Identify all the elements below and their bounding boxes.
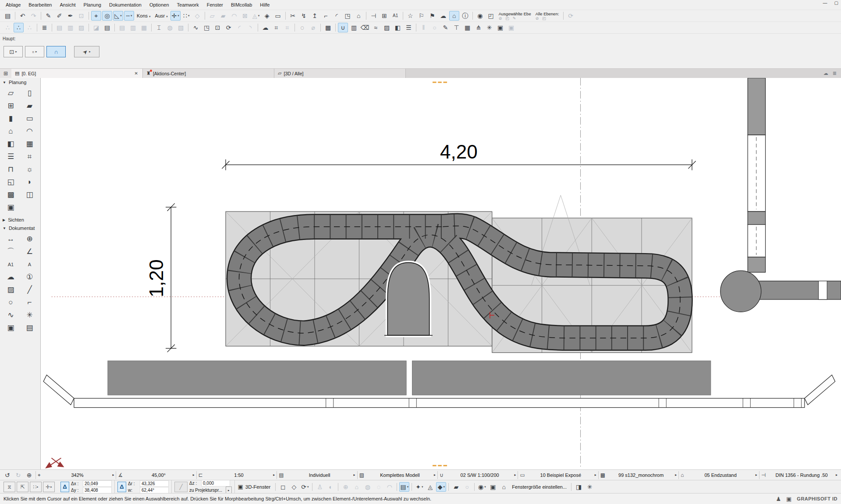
graphisoft-id-label[interactable]: GRAPHISOFT ID	[797, 496, 837, 501]
tab-close-icon[interactable]: ✕	[134, 71, 139, 76]
orientation-segment[interactable]: ∡45,00°▸	[116, 471, 196, 479]
renovation-filter-segment[interactable]: ⌂05 Endzustand▸	[678, 471, 759, 479]
user-origin[interactable]: ✛▸	[43, 482, 55, 492]
trim[interactable]: ⌐	[321, 11, 331, 21]
element-info[interactable]: ⓘ	[460, 11, 470, 21]
copy-sheet[interactable]: ▣	[495, 23, 505, 32]
detail-a[interactable]: ◌	[297, 23, 307, 32]
hotspot-burst[interactable]: ✳	[484, 23, 494, 32]
cutting-planes[interactable]: ◆▾	[436, 482, 446, 492]
menu-bimcollab[interactable]: BIMcollab	[227, 0, 256, 9]
surface-pen[interactable]: ∪	[338, 23, 348, 32]
trace-reference[interactable]: ▩	[323, 23, 333, 32]
layer-stack[interactable]: ≣	[39, 23, 50, 32]
guide-lines[interactable]: ╌▾	[124, 11, 134, 21]
measure[interactable]: ▭	[273, 11, 283, 21]
menu-ansicht[interactable]: Ansicht	[56, 0, 79, 9]
view-perspective[interactable]: ◻	[278, 482, 288, 492]
resize[interactable]: ◳	[343, 11, 353, 21]
minimize-button[interactable]: —	[823, 0, 827, 5]
figure-tool[interactable]: ▣	[3, 321, 19, 334]
zoom-level-segment[interactable]: ⌖342%▸	[35, 471, 116, 479]
gravity[interactable]: ⌖	[91, 11, 101, 21]
parameter-pickup[interactable]: ✎	[43, 11, 53, 21]
column-tool[interactable]: ▮	[3, 112, 19, 125]
graphic-override-expand-icon[interactable]: ▸	[675, 473, 677, 477]
license[interactable]: ▣	[786, 496, 791, 502]
menu-planung[interactable]: Planung	[80, 0, 105, 9]
layer-combination-expand-icon[interactable]: ▸	[354, 473, 355, 477]
angle-dimension-tool[interactable]: ∠	[21, 245, 38, 258]
door-tool[interactable]: ▯	[21, 87, 38, 99]
camera-settings[interactable]: ▣	[488, 482, 498, 492]
radial-dimension-tool[interactable]: ⌒	[3, 245, 19, 258]
kons-dropdown[interactable]: Kons▾	[135, 12, 153, 20]
menu-optionen[interactable]: Optionen	[145, 0, 173, 9]
layer-combination-segment[interactable]: ▤Individuell▸	[277, 471, 357, 479]
menu-hilfe[interactable]: Hilfe	[256, 0, 273, 9]
criteria-sets[interactable]: ⚑	[427, 11, 437, 21]
grid-snap-origin[interactable]: ∷▸	[30, 482, 42, 492]
tab-cloud[interactable]: ☁	[823, 70, 828, 76]
morph-tool[interactable]: ◗	[21, 176, 38, 188]
flag[interactable]: ⚐	[416, 11, 426, 21]
section-planung-header[interactable]: ▼Planung	[0, 78, 40, 86]
text-tool[interactable]: A	[21, 258, 38, 271]
zoom-level-expand-icon[interactable]: ▸	[112, 473, 114, 477]
align-elements[interactable]: ↥	[310, 11, 320, 21]
menu-teamwork[interactable]: Teamwork	[173, 0, 203, 9]
t-square[interactable]: ⊤	[451, 23, 461, 32]
move-box[interactable]: ◳	[202, 23, 212, 32]
view-axonometry[interactable]: ◇	[289, 482, 299, 492]
label-tool[interactable]: A1	[3, 258, 19, 271]
menu-bearbeiten[interactable]: Bearbeiten	[25, 0, 56, 9]
filter-3d[interactable]: ◬	[425, 482, 435, 492]
marquee-select-button[interactable]: ⊡▸	[4, 46, 23, 57]
tab-aktions-center[interactable]: ♜[Aktions-Center]	[143, 69, 274, 78]
dimension-vertical[interactable]: 1,20	[145, 203, 176, 352]
marquee-zoom[interactable]: ⊡	[213, 23, 223, 32]
delta-rw-button[interactable]: Δ	[117, 482, 126, 492]
camera[interactable]: ◉▾	[477, 482, 487, 492]
line-weight[interactable]: ☰	[404, 23, 414, 32]
clip-a[interactable]: ⌗	[271, 23, 281, 32]
all-layers-group-mini-icon-0[interactable]: ⊘	[536, 16, 539, 21]
dimension-horizontal[interactable]: 4,20	[222, 141, 696, 170]
visibility-swap[interactable]: ◉	[475, 11, 485, 21]
solid-slabs[interactable]	[108, 361, 711, 395]
lock-elements[interactable]: ◰	[486, 11, 496, 21]
roof-tool[interactable]: ⌂	[3, 125, 19, 137]
eraser[interactable]: ⌫	[360, 23, 370, 32]
project-origin-expand[interactable]: ▸	[226, 486, 232, 493]
selected-layers-group-mini-icon-1[interactable]: ◰	[505, 16, 509, 21]
spline-tool[interactable]: ∿	[3, 309, 19, 321]
spline-edit[interactable]: ∿	[191, 23, 201, 32]
menu-ablage[interactable]: Ablage	[2, 0, 25, 9]
selected-layers-group-mini-icon-0[interactable]: ⊘	[499, 16, 502, 21]
coordinate-input[interactable]: ✛▾	[170, 11, 181, 21]
orbit[interactable]: ⟳▾	[300, 482, 310, 492]
zone-stamp-tool[interactable]: ▣	[3, 201, 19, 214]
tab-3d-alle[interactable]: ▱[3D / Alle]	[274, 69, 406, 78]
zoom-in[interactable]: ⊕	[24, 470, 34, 480]
bimcloud[interactable]: ☁	[438, 11, 448, 21]
menu-dokumentation[interactable]: Dokumentation	[105, 0, 145, 9]
new-scene[interactable]: ✳	[585, 482, 595, 492]
scale-expand-icon[interactable]: ▸	[273, 473, 275, 477]
scale-segment[interactable]: ⊏1:50▸	[196, 471, 277, 479]
delta-xy-button[interactable]: Δ	[60, 482, 69, 492]
drawing-tool[interactable]: ▤	[21, 321, 38, 334]
skylight-tool[interactable]: ◧	[3, 137, 19, 150]
mesh-tool[interactable]: ▩	[3, 188, 19, 201]
relative-coords[interactable]: ⇱	[17, 482, 28, 492]
morph-edit[interactable]: ◈	[262, 11, 272, 21]
dimension-favorite[interactable]: A1	[390, 11, 401, 21]
slash-button[interactable]: ╱	[174, 482, 188, 492]
tab-list[interactable]: ≣	[833, 70, 837, 76]
undo[interactable]: ↶	[18, 11, 28, 21]
dz-value[interactable]: 0,000	[201, 480, 230, 486]
favorite-settings[interactable]: ✒	[65, 11, 75, 21]
dimension-standard-expand-icon[interactable]: ▸	[836, 473, 837, 477]
pen-set-segment[interactable]: ∪02 S/W 1:100/200▸	[437, 471, 518, 479]
rebuild[interactable]: ⟳	[224, 23, 234, 32]
